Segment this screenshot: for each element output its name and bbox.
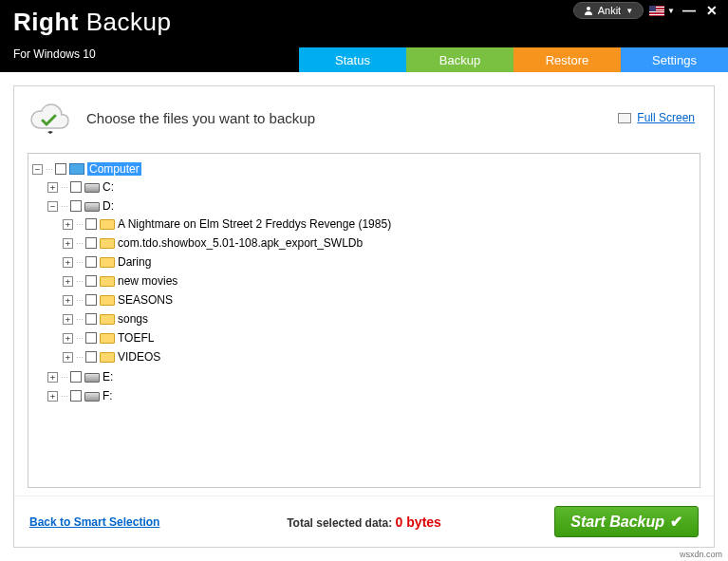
us-flag-icon [649,6,664,16]
main-tabs: Status Backup Restore Settings [299,47,728,72]
tree-node-folder[interactable]: SEASONS [118,293,173,307]
expand-icon[interactable]: + [47,372,58,383]
folder-icon [100,238,115,249]
check-icon: ✔ [670,513,682,531]
tree-node-drive-f[interactable]: F: [103,389,113,402]
checkbox[interactable] [85,351,97,363]
minimize-button[interactable]: — [681,3,698,18]
drive-icon [84,373,100,383]
fullscreen-label: Full Screen [637,111,695,124]
expand-icon[interactable]: + [47,182,58,193]
expand-icon[interactable]: + [63,333,73,344]
svg-point-0 [587,7,590,10]
tab-backup[interactable]: Backup [406,47,513,72]
expand-icon[interactable]: + [63,276,73,287]
drive-icon [84,183,100,193]
expand-icon[interactable]: + [63,238,73,249]
drive-icon [84,202,100,212]
folder-icon [100,295,115,306]
checkbox[interactable] [85,294,97,306]
folder-icon [100,352,115,363]
fullscreen-link[interactable]: Full Screen [618,111,695,124]
tree-node-drive-e[interactable]: E: [103,370,113,383]
fullscreen-icon [618,113,631,123]
tab-settings[interactable]: Settings [621,47,728,72]
chevron-down-icon: ▼ [625,7,633,15]
checkbox[interactable] [85,313,97,325]
back-to-smart-selection-link[interactable]: Back to Smart Selection [29,515,159,529]
checkbox[interactable] [85,275,97,287]
file-tree[interactable]: − ⋯ Computer + ⋯ C: [28,153,700,488]
start-backup-button[interactable]: Start Backup✔ [554,506,699,537]
chevron-down-icon: ▼ [667,7,675,15]
drive-icon [84,392,100,402]
expand-icon[interactable]: + [63,314,73,325]
expand-icon[interactable]: + [63,295,73,306]
total-selected-data: Total selected data: 0 bytes [287,514,441,530]
checkbox[interactable] [70,390,82,402]
tree-node-folder[interactable]: VIDEOS [118,350,160,364]
checkbox[interactable] [85,237,97,249]
panel-heading: Choose the files you want to backup [86,110,315,126]
folder-icon [100,219,115,230]
tree-node-computer[interactable]: Computer [87,162,141,176]
tree-node-folder[interactable]: Daring [118,255,151,269]
tree-node-folder[interactable]: songs [118,312,148,326]
tree-node-folder[interactable]: new movies [118,274,177,288]
user-name: Ankit [598,5,621,16]
folder-icon [100,276,115,287]
tree-node-drive-d[interactable]: D: [103,199,114,213]
tree-node-folder[interactable]: com.tdo.showbox_5.01-108.apk_export_SWLD… [118,236,363,250]
collapse-icon[interactable]: − [47,201,58,212]
tree-node-folder[interactable]: TOEFL [118,331,154,345]
panel-footer: Back to Smart Selection Total selected d… [14,496,714,547]
checkbox[interactable] [70,371,82,383]
close-button[interactable]: ✕ [703,3,720,18]
user-icon [584,6,593,15]
cloud-check-icon [24,100,73,136]
collapse-icon[interactable]: − [32,164,43,175]
expand-icon[interactable]: + [47,391,58,402]
checkbox[interactable] [85,218,97,230]
computer-icon [69,163,84,175]
folder-icon [100,257,115,268]
checkbox[interactable] [70,200,82,212]
watermark: wsxdn.com [680,550,722,559]
expand-icon[interactable]: + [63,257,73,268]
tree-node-drive-c[interactable]: C: [103,180,114,194]
checkbox[interactable] [55,163,66,175]
folder-icon [100,314,115,325]
checkbox[interactable] [85,256,97,268]
language-flag-button[interactable]: ▼ [649,6,675,16]
app-subtitle: For Windows 10 [13,47,96,61]
app-logo: Right Backup [13,8,171,37]
content-area: Choose the files you want to backup Full… [0,72,728,561]
checkbox[interactable] [85,332,97,344]
folder-icon [100,333,115,344]
checkbox[interactable] [70,181,82,193]
expand-icon[interactable]: + [63,352,73,363]
tab-restore[interactable]: Restore [513,47,621,72]
expand-icon[interactable]: + [63,219,73,230]
panel-header: Choose the files you want to backup Full… [14,86,714,145]
tab-status[interactable]: Status [299,47,406,72]
app-header: Ankit ▼ ▼ — ✕ Right Backup For Windows 1… [0,0,728,72]
user-menu-button[interactable]: Ankit ▼ [573,2,644,19]
tree-node-folder[interactable]: A Nightmare on Elm Street 2 Freddys Reve… [118,217,391,231]
backup-panel: Choose the files you want to backup Full… [13,85,715,548]
